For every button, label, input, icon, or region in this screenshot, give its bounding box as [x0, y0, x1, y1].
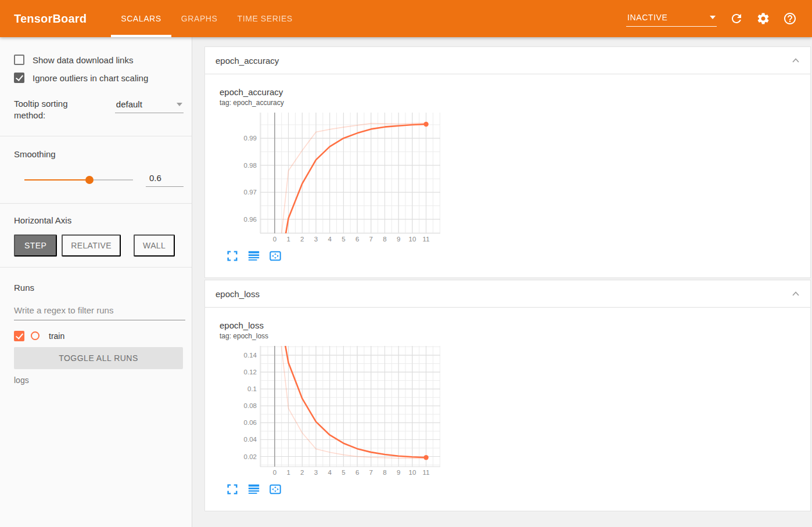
svg-text:8: 8 [383, 469, 386, 476]
svg-text:8: 8 [383, 236, 386, 243]
svg-text:4: 4 [328, 469, 332, 476]
svg-text:7: 7 [369, 236, 373, 243]
svg-text:10: 10 [408, 469, 416, 476]
horizontal-axis-buttons: STEP RELATIVE WALL [14, 234, 184, 267]
smoothing-slider-row: 0.6 [14, 173, 184, 203]
horizontal-axis-label: Horizontal Axis [14, 215, 184, 225]
show-download-links-checkbox[interactable] [14, 55, 24, 65]
svg-text:0.97: 0.97 [244, 189, 257, 196]
svg-text:0.04: 0.04 [244, 436, 257, 443]
svg-text:5: 5 [342, 236, 345, 243]
svg-text:3: 3 [314, 469, 318, 476]
chart-toolbar [220, 483, 810, 496]
svg-text:3: 3 [314, 236, 318, 243]
axis-wall-button[interactable]: WALL [134, 234, 175, 257]
run-row-train: train [14, 331, 184, 341]
tab-graphs[interactable]: GRAPHS [171, 0, 228, 37]
run-train-label: train [49, 331, 64, 341]
tooltip-sorting-row: Tooltip sorting method: default [14, 98, 184, 136]
chart-tag: tag: epoch_accuracy [220, 99, 810, 107]
log-scale-lines-icon[interactable] [247, 250, 260, 262]
show-download-links-label: Show data download links [33, 55, 133, 65]
tab-graphs-label: GRAPHS [181, 14, 218, 23]
tab-scalars[interactable]: SCALARS [111, 0, 171, 37]
status-dropdown[interactable]: INACTIVE [626, 10, 717, 27]
epoch-loss-line-chart[interactable]: 012345678910110.020.040.060.080.10.120.1… [220, 344, 447, 478]
app-header: TensorBoard SCALARS GRAPHS TIME SERIES I… [0, 0, 812, 37]
svg-text:9: 9 [397, 469, 400, 476]
svg-text:0.14: 0.14 [244, 352, 257, 359]
svg-text:0.98: 0.98 [244, 162, 257, 169]
main-tabs: SCALARS GRAPHS TIME SERIES [111, 0, 303, 37]
svg-text:0.02: 0.02 [244, 453, 257, 460]
epoch-accuracy-line-chart[interactable]: 012345678910110.960.970.980.99 [220, 110, 447, 245]
smoothing-slider[interactable] [24, 176, 133, 184]
tab-time-series[interactable]: TIME SERIES [227, 0, 302, 37]
run-train-checkbox[interactable] [14, 331, 24, 341]
axis-relative-button[interactable]: RELATIVE [62, 234, 121, 257]
svg-text:10: 10 [408, 236, 416, 243]
collapse-chevron-up-icon[interactable] [792, 291, 800, 297]
svg-text:11: 11 [423, 469, 430, 476]
card-epoch-accuracy: epoch_accuracy epoch_accuracy tag: epoch… [204, 46, 811, 278]
svg-text:1: 1 [286, 469, 290, 476]
horizontal-axis-section: Horizontal Axis STEP RELATIVE WALL [0, 204, 192, 268]
fit-domain-to-data-icon[interactable] [269, 483, 282, 496]
expand-chart-icon[interactable] [226, 250, 239, 262]
ignore-outliers-label: Ignore outliers in chart scaling [33, 73, 148, 83]
svg-text:0: 0 [273, 236, 276, 243]
run-color-circle[interactable] [31, 331, 39, 340]
smoothing-section: Smoothing 0.6 [0, 136, 192, 204]
help-icon[interactable] [783, 12, 797, 26]
svg-text:2: 2 [300, 236, 304, 243]
svg-text:0.12: 0.12 [244, 369, 257, 376]
axis-step-button[interactable]: STEP [14, 234, 57, 257]
card-epoch-accuracy-header[interactable]: epoch_accuracy [205, 47, 810, 74]
svg-text:0.06: 0.06 [244, 419, 257, 426]
slider-track-filled [24, 179, 89, 181]
tooltip-sorting-select[interactable]: default [115, 98, 184, 113]
chart-title: epoch_accuracy [220, 87, 810, 97]
chevron-down-icon [177, 103, 182, 106]
ignore-outliers-row[interactable]: Ignore outliers in chart scaling [14, 73, 184, 83]
collapse-chevron-up-icon[interactable] [792, 57, 800, 63]
chevron-down-icon [710, 16, 716, 19]
card-epoch-loss-header[interactable]: epoch_loss [205, 280, 810, 308]
svg-text:2: 2 [300, 469, 304, 476]
card-header-title: epoch_loss [215, 289, 260, 299]
chart-tag: tag: epoch_loss [220, 332, 810, 340]
card-body: epoch_accuracy tag: epoch_accuracy 01234… [205, 74, 810, 277]
ignore-outliers-checkbox[interactable] [14, 73, 24, 83]
svg-text:0.99: 0.99 [244, 135, 257, 142]
toggle-all-runs-button[interactable]: TOGGLE ALL RUNS [14, 347, 183, 369]
refresh-icon[interactable] [730, 12, 743, 26]
svg-text:0.08: 0.08 [244, 402, 257, 409]
tab-time-series-label: TIME SERIES [237, 14, 292, 23]
svg-text:9: 9 [397, 236, 400, 243]
tab-scalars-label: SCALARS [121, 14, 161, 23]
svg-text:0: 0 [273, 469, 276, 476]
svg-text:0.1: 0.1 [247, 385, 257, 392]
settings-sidebar: Show data download links Ignore outliers… [0, 37, 192, 527]
svg-text:11: 11 [423, 236, 430, 243]
chart-toolbar [220, 250, 810, 262]
slider-thumb[interactable] [85, 176, 94, 184]
smoothing-value-field[interactable]: 0.6 [146, 173, 184, 187]
app-title: TensorBoard [14, 12, 87, 26]
svg-text:7: 7 [369, 469, 373, 476]
runs-filter-input[interactable] [14, 304, 185, 320]
expand-chart-icon[interactable] [226, 483, 239, 496]
log-scale-lines-icon[interactable] [247, 483, 260, 496]
runs-section: Runs train TOGGLE ALL RUNS logs [0, 268, 192, 394]
card-epoch-loss: epoch_loss epoch_loss tag: epoch_loss 01… [204, 280, 811, 511]
svg-text:6: 6 [355, 469, 359, 476]
settings-gear-icon[interactable] [756, 12, 770, 26]
general-settings-section: Show data download links Ignore outliers… [0, 37, 192, 136]
fit-domain-to-data-icon[interactable] [269, 250, 282, 262]
runs-logdir-label: logs [14, 376, 184, 394]
show-download-links-row[interactable]: Show data download links [14, 55, 184, 65]
svg-text:6: 6 [355, 236, 359, 243]
header-actions: INACTIVE [626, 0, 812, 37]
svg-text:4: 4 [328, 236, 332, 243]
chart-title: epoch_loss [220, 320, 810, 330]
